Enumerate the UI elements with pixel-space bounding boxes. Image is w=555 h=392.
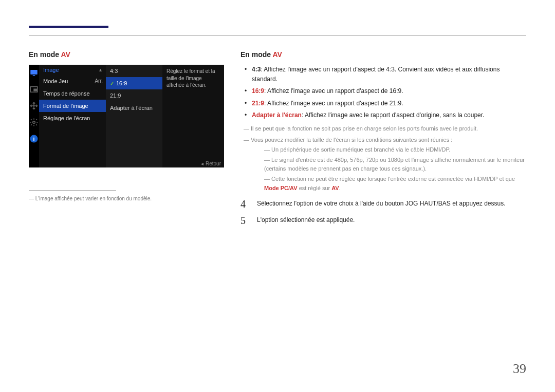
back-icon: ◂: [201, 161, 203, 166]
step-4: 4 Sélectionnez l'option de votre choix à…: [240, 199, 526, 209]
sub-note: Cette fonction ne peut être réglée que l…: [240, 175, 526, 193]
note: Vous pouvez modifier la taille de l'écra…: [240, 136, 526, 145]
section-title-right: En mode AV: [240, 50, 526, 59]
section-title-left: En mode AV: [29, 50, 224, 59]
header-rule: [29, 35, 526, 36]
svg-point-4: [33, 121, 35, 124]
osd-option[interactable]: Adapter à l'écran: [106, 102, 162, 114]
osd-option-selected[interactable]: 16:9: [106, 77, 162, 89]
sub-note: Le signal d'entrée est de 480p, 576p, 72…: [240, 156, 526, 174]
osd-help-panel: Réglez le format et la taille de l'image…: [162, 65, 224, 167]
svg-text:i: i: [33, 136, 35, 142]
osd-icon-rail: i: [29, 65, 39, 167]
page-number: 39: [513, 361, 526, 377]
list-item: 16:9: Affichez l'image avec un rapport d…: [240, 86, 526, 96]
osd-menu: Image Mode JeuArr. Temps de réponse Form…: [39, 65, 106, 167]
osd-row-selected[interactable]: Format de l'image: [39, 100, 106, 112]
list-item: 4:3: Affichez l'image avec un rapport d'…: [240, 65, 526, 84]
step-5: 5 L'option sélectionnée est appliquée.: [240, 215, 526, 226]
osd-submenu: 4:3 16:9 21:9 Adapter à l'écran: [106, 65, 162, 167]
note: Il se peut que la fonction ne soit pas p…: [240, 124, 526, 134]
osd-menu-header: Image: [39, 65, 106, 75]
svg-rect-0: [30, 70, 38, 74]
aspect-list: 4:3: Affichez l'image avec un rapport d'…: [240, 65, 526, 120]
list-item: Adapter à l'écran: Affichez l'image avec…: [240, 110, 526, 120]
step-number: 4: [240, 199, 250, 209]
osd-row[interactable]: Réglage de l'écran: [39, 112, 106, 124]
header-accent: [29, 26, 526, 28]
osd-footer: ◂Retour: [201, 161, 221, 166]
osd-row[interactable]: Mode JeuArr.: [39, 75, 106, 87]
osd-screenshot: i Image Mode JeuArr. Temps de réponse Fo…: [29, 65, 224, 167]
sub-note: Un périphérique de sortie numérique est …: [240, 145, 526, 155]
step-number: 5: [240, 215, 250, 226]
svg-rect-1: [33, 76, 35, 77]
step-text: L'option sélectionnée est appliquée.: [257, 215, 526, 225]
caption-text: L'image affichée peut varier en fonction…: [29, 196, 224, 201]
info-icon: i: [29, 134, 39, 144]
gear-icon: [29, 117, 39, 127]
monitor-icon: [29, 68, 39, 78]
osd-option[interactable]: 4:3: [106, 65, 162, 77]
svg-rect-3: [34, 89, 36, 91]
caption-rule: [29, 190, 116, 196]
list-item: 21:9: Affichez l'image avec un rapport d…: [240, 99, 526, 108]
move-icon: [29, 101, 39, 111]
osd-row[interactable]: Temps de réponse: [39, 87, 106, 100]
pip-icon: [29, 84, 39, 95]
osd-option[interactable]: 21:9: [106, 89, 162, 102]
step-text: Sélectionnez l'option de votre choix à l…: [257, 199, 526, 209]
